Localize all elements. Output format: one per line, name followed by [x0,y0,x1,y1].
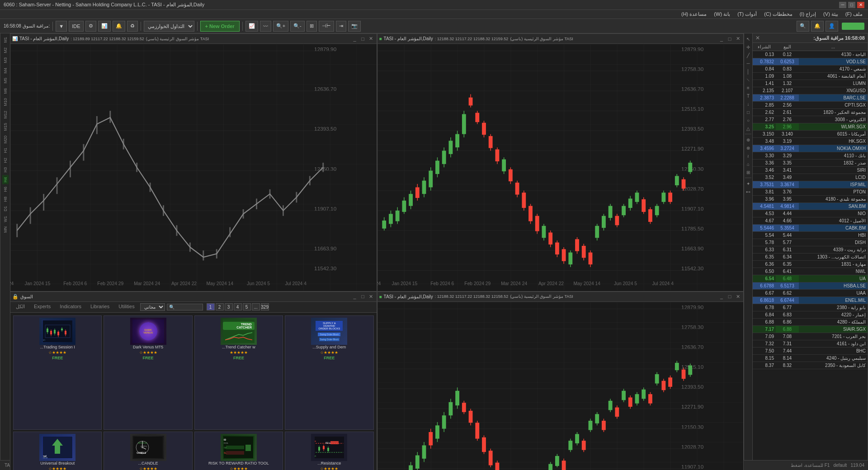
watchlist-row[interactable]: BHC7.447.50 [753,348,868,355]
store-tab-experts[interactable]: Experts [30,303,54,311]
page-2[interactable]: 2 [216,303,224,310]
tf-h1[interactable]: H1 [2,146,9,155]
store-tab-indicators[interactable]: Indicators [56,303,85,311]
chart-body-2[interactable]: 12879.90 12636.70 12393.50 12150.30 1190… [10,44,377,291]
toolbar-search[interactable]: 🔍 [797,21,809,32]
store-filter-dropdown[interactable]: مجاني [140,303,165,311]
tf-h8[interactable]: H8 [2,195,9,204]
draw-line[interactable]: ╱ [745,52,752,59]
minimize-button[interactable]: ─ [839,2,846,8]
page-1[interactable]: 1 [207,303,215,310]
watchlist-row[interactable]: XNGUSD2.1072.135 [753,87,868,94]
draw-crosshair[interactable]: ✛ [745,43,752,51]
watchlist-row[interactable]: WLMR.SGX2.963.25 [753,123,868,131]
toolbar-chart-btn-5[interactable]: ⊞ [307,21,317,32]
toolbar-btn-1[interactable]: ▼ [56,21,67,32]
draw-tool4[interactable]: ⌂ [745,160,752,168]
watchlist-row[interactable]: الباحة - 41300.120.13 [753,51,868,58]
watchlist-row[interactable]: NIO4.444.53 [753,210,868,217]
chart-minimize-1[interactable]: _ [718,35,725,42]
chart-maximize-2[interactable]: □ [359,35,367,42]
watchlist-row[interactable]: SIAIR.SGX6.887.17 [753,326,868,333]
toolbar-chart-btn-2[interactable]: 〰 [260,21,271,32]
toolbar-chart-btn-8[interactable]: 📷 [348,21,361,32]
store-tab-libraries[interactable]: Libraries [87,303,113,311]
watchlist-row[interactable]: NWL6.416.50 [753,268,868,275]
tf-m1[interactable]: M1 [2,35,9,45]
toolbar-chart-btn-7[interactable]: ⇥ [336,21,346,32]
watchlist-row[interactable]: BARC.LSE2.22882.3873 [753,94,868,102]
page-4[interactable]: 4 [234,303,242,310]
menu-insert[interactable]: إدراج (I) [796,10,820,18]
menu-help[interactable]: مساعدة (H) [678,10,710,18]
watchlist-row[interactable]: CABK.BM5.35545.5446 [753,225,868,232]
toolbar-account[interactable]: 👤 [826,21,838,32]
tf-m2[interactable]: M2 [2,46,9,55]
watchlist-row[interactable]: إعمار - 42206.836.84 [753,311,868,319]
watchlist-row[interactable]: بحر العرب - 72017.087.09 [753,333,868,340]
tf-w1[interactable]: W1 [2,214,9,224]
watchlist-row[interactable]: دراية ريت - 43396.316.33 [753,246,868,254]
watchlist-row[interactable]: LCID3.493.52 [753,174,868,181]
window-controls[interactable]: ─ □ ✕ [839,2,864,8]
draw-text[interactable]: T [745,92,752,99]
new-order-button[interactable]: + New Order [200,21,240,32]
toolbar-btn-ide[interactable]: IDE [69,21,83,32]
watchlist-row[interactable]: أنعام القابضة - 40611.081.09 [753,73,868,80]
draw-tool5[interactable]: ⊞ [745,169,752,176]
toolbar-chart-btn-6[interactable]: ⊣⊢ [319,21,334,32]
watchlist-row[interactable]: سيليمي ريتيل - 42408.148.15 [753,355,868,362]
toolbar-btn-5[interactable]: ♻ [127,21,138,32]
draw-cursor[interactable]: ↖ [745,35,752,42]
page-last[interactable]: 329 [261,303,269,310]
page-3[interactable]: 3 [225,303,233,310]
draw-tool7[interactable]: ⊶ [745,188,752,195]
watchlist-row[interactable]: ابن داود - 41617.317.32 [753,340,868,348]
store-card-resistance[interactable]: Resistance SELL Support [285,432,373,470]
watchlist-controls[interactable]: ✕ [755,35,760,41]
tf-m20[interactable]: M20 [2,134,9,146]
watchlist-row[interactable]: شمعي - 41700.830.84 [753,66,868,73]
tf-m3[interactable]: M3 [2,56,9,65]
watchlist-row[interactable]: NOKIA.OMXH3.27243.4596 [753,145,868,152]
algo-trading-dropdown[interactable]: التداول الخوارزمي [144,21,194,32]
tf-h6[interactable]: H6 [2,185,9,194]
draw-vline[interactable]: │ [745,68,752,75]
chart-close-1[interactable]: ✕ [734,35,741,42]
menu-charts[interactable]: مخططات (C) [760,10,796,18]
store-tab-utilities[interactable]: Utilities [115,303,138,311]
watchlist-row[interactable]: LUMN1.321.41 [753,80,868,87]
chart-controls-3[interactable]: _ □ ✕ [718,293,741,300]
toolbar-chart-btn-4[interactable]: 🔍- [290,21,305,32]
chart-close-3[interactable]: ✕ [734,293,741,300]
tf-m12[interactable]: M12 [2,109,9,121]
watchlist-row[interactable]: مجموعة تليدي - 41803.953.96 [753,196,868,203]
watchlist-row[interactable]: بانو راية - 23806.776.78 [753,304,868,311]
draw-tool2[interactable]: ⊗ [745,144,752,151]
store-tab-all[interactable]: الكل [12,303,28,311]
watchlist-row[interactable]: HK.SGX3.193.48 [753,138,868,145]
watchlist-row[interactable]: DISH5.775.78 [753,239,868,246]
draw-fib[interactable]: ≡ [745,84,752,91]
watchlist-row[interactable]: SAN.BM4.98144.5481 [753,203,868,210]
menu-file[interactable]: ملف (F) [842,10,866,18]
menu-window[interactable]: بانة (W) [710,10,734,18]
watchlist-row[interactable]: UA6.486.54 [753,275,868,282]
chart-minimize-3[interactable]: _ [718,293,725,300]
tf-h2[interactable]: H2 [2,156,9,165]
store-card-candle[interactable]: 00:04:12 (0.33%) CANDLE CANDLE... ★★★★☆ … [104,432,192,470]
watchlist-row[interactable]: بانك - 41103.293.30 [753,152,868,160]
toolbar-btn-2[interactable]: ⚙ [85,21,96,32]
chart-close-2[interactable]: ✕ [368,35,375,42]
watchlist-row[interactable]: الكتروني - 30082.762.77 [753,116,868,123]
store-card-session[interactable]: Trading Session Trading Session I... ★★★… [13,315,102,430]
draw-triangle[interactable]: △ [745,125,752,132]
tf-m5[interactable]: M5 [2,76,9,85]
draw-rect[interactable]: □ [745,108,752,116]
tf-m10[interactable]: M10 [2,96,9,108]
watchlist-row[interactable]: المملكة - 42806.866.88 [753,319,868,326]
draw-hline[interactable]: ─ [745,60,752,67]
watchlist-row[interactable]: ENEL.MIL6.67446.8618 [753,297,868,304]
draw-tool6[interactable]: ✦ [745,180,752,187]
watchlist-row[interactable]: صدر - 18323.353.36 [753,160,868,167]
